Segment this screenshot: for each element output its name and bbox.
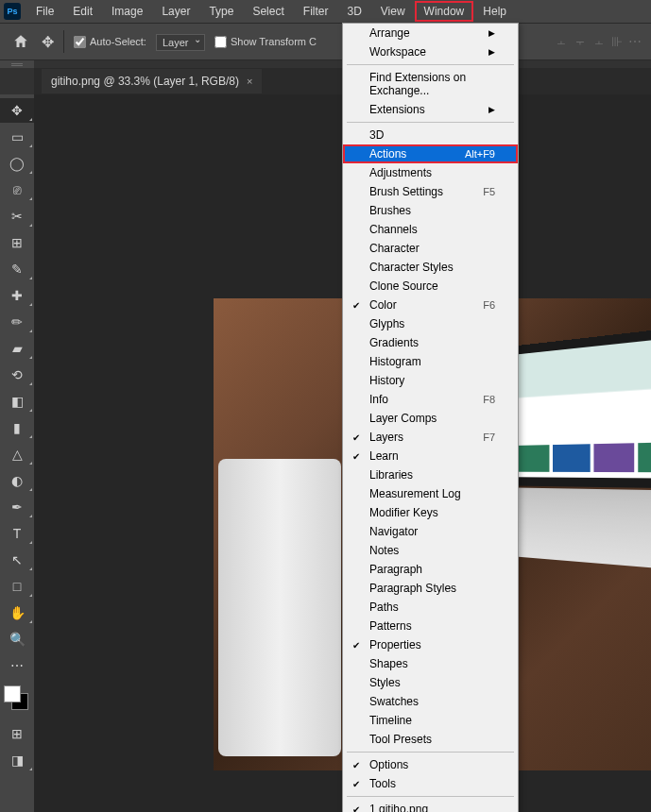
eyedropper-tool[interactable]: ✎ — [0, 257, 34, 281]
window-menu-adjustments[interactable]: Adjustments — [343, 163, 518, 182]
pen-tool[interactable]: ✒ — [0, 495, 34, 519]
dodge-tool[interactable]: ◐ — [0, 468, 34, 493]
menu-item-label: Paragraph Styles — [369, 582, 456, 595]
window-menu-dropdown: Arrange▶Workspace▶Find Extensions on Exc… — [342, 23, 519, 812]
divider — [63, 30, 64, 53]
document-tab[interactable]: gitiho.png @ 33.3% (Layer 1, RGB/8) × — [42, 69, 262, 93]
window-menu-clone-source[interactable]: Clone Source — [343, 277, 518, 296]
color-swatches[interactable] — [0, 685, 34, 719]
window-menu-1-gitiho-png[interactable]: ✔1 gitiho.png — [343, 800, 518, 812]
more-options-icon[interactable]: ⋯ — [628, 34, 642, 49]
menu-filter[interactable]: Filter — [294, 1, 338, 22]
window-menu-color[interactable]: ✔ColorF6 — [343, 296, 518, 314]
edit-toolbar[interactable]: ⋯ — [0, 653, 34, 678]
menu-item-label: Brush Settings — [369, 185, 443, 198]
menu-3d[interactable]: 3D — [337, 1, 370, 22]
healing-tool[interactable]: ✚ — [0, 283, 34, 308]
window-menu-paragraph-styles[interactable]: Paragraph Styles — [343, 579, 518, 598]
window-menu-patterns[interactable]: Patterns — [343, 617, 518, 635]
menu-help[interactable]: Help — [473, 1, 516, 22]
show-transform-checkbox[interactable]: Show Transform C — [214, 36, 317, 48]
menu-select[interactable]: Select — [243, 1, 293, 22]
toolbar-drag-handle[interactable] — [0, 60, 34, 68]
menu-layer[interactable]: Layer — [152, 1, 199, 22]
brush-tool[interactable]: ✏ — [0, 310, 34, 334]
history-brush-tool[interactable]: ⟲ — [0, 363, 34, 387]
window-menu-styles[interactable]: Styles — [343, 673, 518, 692]
menu-image[interactable]: Image — [102, 1, 152, 22]
menu-item-label: Tool Presets — [369, 733, 432, 746]
menu-item-label: Paragraph — [369, 563, 422, 576]
window-menu-properties[interactable]: ✔Properties — [343, 635, 518, 654]
window-menu-swatches[interactable]: Swatches — [343, 692, 518, 711]
window-menu-character-styles[interactable]: Character Styles — [343, 258, 518, 277]
window-menu-character[interactable]: Character — [343, 239, 518, 258]
gradient-tool[interactable]: ▮ — [0, 415, 34, 440]
home-button[interactable] — [9, 30, 32, 53]
align-left-icon[interactable]: ⫠ — [555, 34, 568, 49]
menu-window[interactable]: Window — [415, 1, 474, 22]
window-menu-history[interactable]: History — [343, 371, 518, 390]
hand-tool[interactable]: ✋ — [0, 601, 34, 625]
layer-select[interactable]: Layer — [156, 34, 205, 51]
crop-tool[interactable]: ✂ — [0, 204, 34, 228]
frame-tool[interactable]: ⊞ — [0, 230, 34, 255]
quick-mask-tool[interactable]: ⊞ — [0, 721, 34, 746]
window-menu-info[interactable]: InfoF8 — [343, 390, 518, 409]
window-menu-paths[interactable]: Paths — [343, 598, 518, 617]
window-menu-learn[interactable]: ✔Learn — [343, 447, 518, 465]
show-transform-input[interactable] — [214, 36, 227, 48]
window-menu-layer-comps[interactable]: Layer Comps — [343, 409, 518, 428]
window-menu-channels[interactable]: Channels — [343, 220, 518, 239]
window-menu-layers[interactable]: ✔LayersF7 — [343, 428, 518, 447]
marquee-tool[interactable]: ▭ — [0, 125, 34, 149]
foreground-swatch[interactable] — [4, 685, 21, 702]
window-menu-timeline[interactable]: Timeline — [343, 711, 518, 730]
type-tool[interactable]: T — [0, 521, 34, 546]
menu-item-label: 3D — [369, 128, 384, 142]
lasso-tool[interactable]: ◯ — [0, 151, 34, 176]
window-menu-3d[interactable]: 3D — [343, 126, 518, 144]
align-center-icon[interactable]: ⫟ — [574, 34, 587, 49]
window-menu-glyphs[interactable]: Glyphs — [343, 314, 518, 333]
window-menu-paragraph[interactable]: Paragraph — [343, 560, 518, 579]
align-right-icon[interactable]: ⫠ — [592, 34, 606, 49]
window-menu-modifier-keys[interactable]: Modifier Keys — [343, 503, 518, 522]
move-tool[interactable]: ✥ — [0, 98, 34, 123]
auto-select-input[interactable] — [74, 36, 86, 48]
window-menu-tools[interactable]: ✔Tools — [343, 774, 518, 793]
window-menu-navigator[interactable]: Navigator — [343, 522, 518, 541]
screen-mode-tool[interactable]: ◨ — [0, 748, 34, 772]
auto-select-checkbox[interactable]: Auto-Select: — [74, 36, 146, 48]
window-menu-workspace[interactable]: Workspace▶ — [343, 42, 518, 61]
window-menu-measurement-log[interactable]: Measurement Log — [343, 484, 518, 503]
window-menu-notes[interactable]: Notes — [343, 541, 518, 560]
window-menu-actions[interactable]: ActionsAlt+F9 — [343, 144, 518, 163]
stamp-tool[interactable]: ▰ — [0, 336, 34, 361]
window-menu-brush-settings[interactable]: Brush SettingsF5 — [343, 182, 518, 201]
menu-type[interactable]: Type — [199, 1, 243, 22]
rectangle-tool[interactable]: □ — [0, 574, 34, 599]
menu-file[interactable]: File — [26, 1, 63, 22]
window-menu-shapes[interactable]: Shapes — [343, 654, 518, 673]
menu-edit[interactable]: Edit — [63, 1, 102, 22]
window-menu-histogram[interactable]: Histogram — [343, 352, 518, 371]
menu-view[interactable]: View — [371, 1, 415, 22]
blur-tool[interactable]: △ — [0, 442, 34, 466]
eraser-tool[interactable]: ◧ — [0, 389, 34, 414]
window-menu-gradients[interactable]: Gradients — [343, 333, 518, 352]
window-menu-find-extensions-on-exchange-[interactable]: Find Extensions on Exchange... — [343, 68, 518, 100]
menu-item-label: Shapes — [369, 657, 408, 670]
window-menu-brushes[interactable]: Brushes — [343, 201, 518, 220]
window-menu-tool-presets[interactable]: Tool Presets — [343, 730, 518, 749]
window-menu-libraries[interactable]: Libraries — [343, 465, 518, 484]
zoom-tool[interactable]: 🔍 — [0, 627, 34, 651]
path-select-tool[interactable]: ↖ — [0, 548, 34, 572]
close-tab-icon[interactable]: × — [247, 76, 252, 87]
layer-dropdown[interactable]: Layer — [156, 33, 205, 51]
distribute-icon[interactable]: ⊪ — [611, 34, 623, 49]
window-menu-extensions[interactable]: Extensions▶ — [343, 100, 518, 119]
window-menu-arrange[interactable]: Arrange▶ — [343, 24, 518, 42]
window-menu-options[interactable]: ✔Options — [343, 755, 518, 774]
object-select-tool[interactable]: ⎚ — [0, 178, 34, 202]
